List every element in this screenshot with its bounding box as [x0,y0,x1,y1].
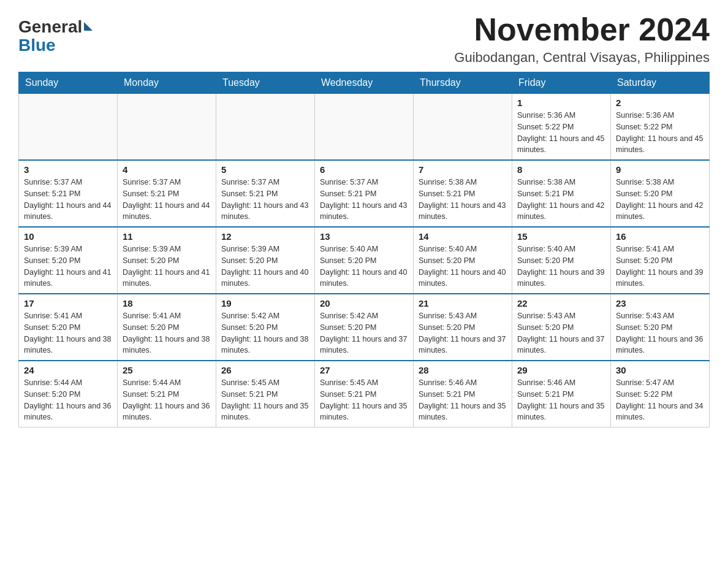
day-info: Sunrise: 5:38 AMSunset: 5:21 PMDaylight:… [517,177,605,223]
day-info: Sunrise: 5:43 AMSunset: 5:20 PMDaylight:… [419,310,507,356]
table-row: 7Sunrise: 5:38 AMSunset: 5:21 PMDaylight… [414,160,512,227]
table-row: 17Sunrise: 5:41 AMSunset: 5:20 PMDayligh… [19,294,118,361]
day-number: 8 [517,164,605,175]
table-row: 20Sunrise: 5:42 AMSunset: 5:20 PMDayligh… [315,294,414,361]
day-info: Sunrise: 5:37 AMSunset: 5:21 PMDaylight:… [24,177,112,223]
table-row: 8Sunrise: 5:38 AMSunset: 5:21 PMDaylight… [512,160,611,227]
table-row [216,94,315,161]
table-row: 3Sunrise: 5:37 AMSunset: 5:21 PMDaylight… [19,160,118,227]
day-number: 13 [320,231,408,242]
day-info: Sunrise: 5:38 AMSunset: 5:21 PMDaylight:… [419,177,507,223]
day-info: Sunrise: 5:41 AMSunset: 5:20 PMDaylight:… [616,243,704,289]
day-number: 10 [24,231,112,242]
header-sunday: Sunday [19,72,118,94]
table-row: 30Sunrise: 5:47 AMSunset: 5:22 PMDayligh… [611,361,710,427]
header-thursday: Thursday [414,72,512,94]
table-row: 11Sunrise: 5:39 AMSunset: 5:20 PMDayligh… [118,227,216,294]
day-info: Sunrise: 5:45 AMSunset: 5:21 PMDaylight:… [221,377,309,423]
day-info: Sunrise: 5:44 AMSunset: 5:21 PMDaylight:… [123,377,211,423]
day-number: 14 [419,231,507,242]
day-number: 11 [123,231,211,242]
logo-blue-text: Blue [18,36,56,55]
day-info: Sunrise: 5:46 AMSunset: 5:21 PMDaylight:… [419,377,507,423]
day-number: 28 [419,365,507,375]
day-info: Sunrise: 5:45 AMSunset: 5:21 PMDaylight:… [320,377,408,423]
day-number: 4 [123,164,211,175]
table-row: 14Sunrise: 5:40 AMSunset: 5:20 PMDayligh… [414,227,512,294]
month-year-title: November 2024 [454,12,710,47]
day-info: Sunrise: 5:40 AMSunset: 5:20 PMDaylight:… [320,243,408,289]
day-info: Sunrise: 5:36 AMSunset: 5:22 PMDaylight:… [517,110,605,156]
day-info: Sunrise: 5:39 AMSunset: 5:20 PMDaylight:… [24,243,112,289]
day-number: 2 [616,98,704,108]
table-row: 4Sunrise: 5:37 AMSunset: 5:21 PMDaylight… [118,160,216,227]
table-row: 12Sunrise: 5:39 AMSunset: 5:20 PMDayligh… [216,227,315,294]
day-number: 16 [616,231,704,242]
day-number: 3 [24,164,112,175]
table-row: 21Sunrise: 5:43 AMSunset: 5:20 PMDayligh… [414,294,512,361]
day-info: Sunrise: 5:43 AMSunset: 5:20 PMDaylight:… [616,310,704,356]
day-info: Sunrise: 5:41 AMSunset: 5:20 PMDaylight:… [24,310,112,356]
day-number: 7 [419,164,507,175]
day-number: 30 [616,365,704,375]
day-info: Sunrise: 5:39 AMSunset: 5:20 PMDaylight:… [221,243,309,289]
calendar-table: Sunday Monday Tuesday Wednesday Thursday… [18,72,710,427]
table-row: 2Sunrise: 5:36 AMSunset: 5:22 PMDaylight… [611,94,710,161]
header-friday: Friday [512,72,611,94]
table-row: 6Sunrise: 5:37 AMSunset: 5:21 PMDaylight… [315,160,414,227]
table-row: 16Sunrise: 5:41 AMSunset: 5:20 PMDayligh… [611,227,710,294]
table-row: 24Sunrise: 5:44 AMSunset: 5:20 PMDayligh… [19,361,118,427]
header-saturday: Saturday [611,72,710,94]
day-info: Sunrise: 5:46 AMSunset: 5:21 PMDaylight:… [517,377,605,423]
table-row: 27Sunrise: 5:45 AMSunset: 5:21 PMDayligh… [315,361,414,427]
table-row [19,94,118,161]
day-info: Sunrise: 5:40 AMSunset: 5:20 PMDaylight:… [517,243,605,289]
table-row: 22Sunrise: 5:43 AMSunset: 5:20 PMDayligh… [512,294,611,361]
day-number: 1 [517,98,605,108]
calendar-week-row: 24Sunrise: 5:44 AMSunset: 5:20 PMDayligh… [19,361,710,427]
day-number: 24 [24,365,112,375]
day-number: 15 [517,231,605,242]
day-info: Sunrise: 5:37 AMSunset: 5:21 PMDaylight:… [221,177,309,223]
day-info: Sunrise: 5:36 AMSunset: 5:22 PMDaylight:… [616,110,704,156]
title-section: November 2024 Guibodangan, Central Visay… [454,12,710,66]
day-info: Sunrise: 5:43 AMSunset: 5:20 PMDaylight:… [517,310,605,356]
calendar-week-row: 1Sunrise: 5:36 AMSunset: 5:22 PMDaylight… [19,94,710,161]
table-row: 26Sunrise: 5:45 AMSunset: 5:21 PMDayligh… [216,361,315,427]
table-row: 10Sunrise: 5:39 AMSunset: 5:20 PMDayligh… [19,227,118,294]
table-row: 23Sunrise: 5:43 AMSunset: 5:20 PMDayligh… [611,294,710,361]
table-row: 15Sunrise: 5:40 AMSunset: 5:20 PMDayligh… [512,227,611,294]
day-number: 22 [517,298,605,308]
calendar-week-row: 10Sunrise: 5:39 AMSunset: 5:20 PMDayligh… [19,227,710,294]
day-number: 17 [24,298,112,308]
day-info: Sunrise: 5:44 AMSunset: 5:20 PMDaylight:… [24,377,112,423]
table-row: 19Sunrise: 5:42 AMSunset: 5:20 PMDayligh… [216,294,315,361]
table-row: 1Sunrise: 5:36 AMSunset: 5:22 PMDaylight… [512,94,611,161]
table-row [315,94,414,161]
table-row: 25Sunrise: 5:44 AMSunset: 5:21 PMDayligh… [118,361,216,427]
logo-general-text: General [18,18,82,36]
day-number: 19 [221,298,309,308]
day-number: 5 [221,164,309,175]
day-number: 29 [517,365,605,375]
table-row: 5Sunrise: 5:37 AMSunset: 5:21 PMDaylight… [216,160,315,227]
table-row: 18Sunrise: 5:41 AMSunset: 5:20 PMDayligh… [118,294,216,361]
day-number: 27 [320,365,408,375]
day-number: 20 [320,298,408,308]
day-info: Sunrise: 5:42 AMSunset: 5:20 PMDaylight:… [221,310,309,356]
day-number: 25 [123,365,211,375]
table-row: 13Sunrise: 5:40 AMSunset: 5:20 PMDayligh… [315,227,414,294]
day-info: Sunrise: 5:41 AMSunset: 5:20 PMDaylight:… [123,310,211,356]
table-row: 28Sunrise: 5:46 AMSunset: 5:21 PMDayligh… [414,361,512,427]
day-number: 6 [320,164,408,175]
calendar-week-row: 17Sunrise: 5:41 AMSunset: 5:20 PMDayligh… [19,294,710,361]
calendar-header-row: Sunday Monday Tuesday Wednesday Thursday… [19,72,710,94]
day-info: Sunrise: 5:37 AMSunset: 5:21 PMDaylight:… [320,177,408,223]
day-info: Sunrise: 5:37 AMSunset: 5:21 PMDaylight:… [123,177,211,223]
header-tuesday: Tuesday [216,72,315,94]
table-row [414,94,512,161]
header-monday: Monday [118,72,216,94]
day-number: 26 [221,365,309,375]
day-number: 9 [616,164,704,175]
table-row [118,94,216,161]
